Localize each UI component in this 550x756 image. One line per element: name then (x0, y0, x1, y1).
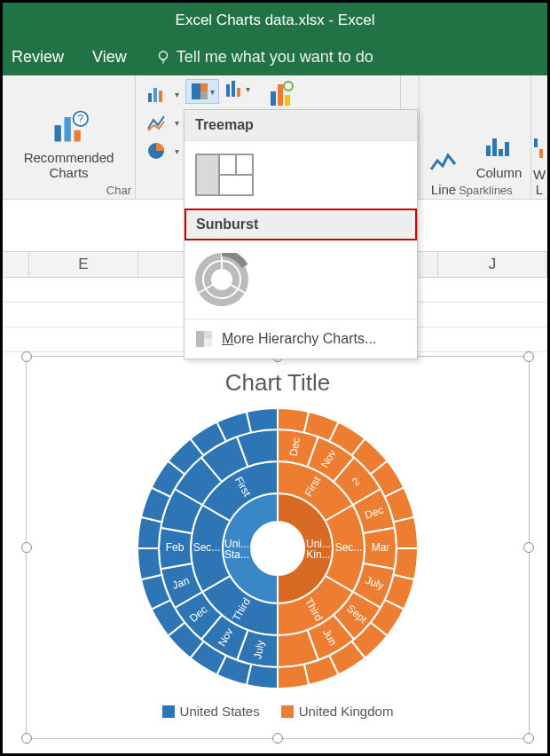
hierarchy-chart-icon (191, 83, 208, 100)
sunburst-thumb-icon (195, 253, 406, 306)
resize-handle-e[interactable] (523, 542, 534, 553)
hierarchy-icon (195, 330, 213, 348)
svg-rect-11 (492, 138, 497, 156)
svg-point-25 (284, 82, 293, 91)
svg-point-0 (159, 51, 167, 59)
more-hierarchy-charts-link[interactable]: More Hierarchy Charts... (185, 319, 417, 358)
svg-rect-20 (232, 81, 235, 97)
resize-handle-w[interactable] (21, 542, 32, 553)
sparkline-line-button[interactable]: Line (428, 148, 459, 197)
svg-rect-8 (159, 91, 162, 102)
svg-rect-2 (64, 117, 70, 142)
sparkline-winloss-icon (532, 133, 546, 163)
svg-rect-28 (196, 331, 204, 347)
ribbon-group-charts-label: Char (106, 184, 131, 197)
svg-rect-3 (74, 130, 80, 141)
recommended-charts-button[interactable]: ? Recommended Charts (24, 107, 114, 181)
chart-legend[interactable]: United States United Kingdom (27, 704, 529, 719)
hierarchy-chart-dropdown: Treemap Sunburst More Hierarchy Charts..… (184, 109, 418, 359)
window-title: Excel Charts data.xlsx - Excel (3, 3, 547, 38)
svg-rect-23 (278, 84, 283, 106)
svg-rect-16 (192, 83, 200, 99)
pivotchart-icon (267, 79, 297, 109)
treemap-chart-option[interactable] (185, 141, 417, 209)
menu-header-sunburst: Sunburst (185, 209, 417, 240)
chevron-down-icon: ▾ (175, 118, 179, 128)
menu-header-treemap: Treemap (185, 110, 417, 141)
sparkline-winloss-button[interactable]: WL (532, 133, 546, 198)
svg-rect-19 (226, 84, 230, 97)
sparkline-line-icon (428, 148, 459, 178)
bar-chart-icon (146, 84, 166, 104)
svg-rect-15 (539, 149, 543, 158)
svg-rect-21 (237, 88, 240, 97)
svg-rect-1 (54, 125, 60, 141)
sunburst-chart-option[interactable] (185, 240, 417, 319)
recommended-charts-icon: ? (50, 107, 89, 146)
svg-text:?: ? (77, 113, 83, 125)
svg-rect-22 (271, 91, 276, 106)
svg-rect-18 (200, 91, 208, 99)
chevron-down-icon: ▾ (175, 146, 179, 156)
svg-rect-6 (148, 93, 152, 102)
svg-rect-30 (204, 339, 212, 347)
svg-rect-13 (505, 142, 509, 156)
ribbon-group-sparklines-label: Sparklines (459, 184, 513, 197)
chevron-down-icon: ▾ (246, 84, 250, 94)
lightbulb-icon (155, 49, 171, 65)
ribbon-tabbar: Review View Tell me what you want to do (3, 38, 547, 75)
svg-rect-14 (534, 138, 538, 147)
svg-rect-17 (200, 83, 208, 91)
resize-handle-sw[interactable] (21, 733, 32, 744)
chart-title[interactable]: Chart Title (27, 357, 529, 397)
svg-rect-7 (153, 88, 157, 102)
resize-handle-nw[interactable] (21, 351, 32, 362)
sparkline-column-button[interactable]: Column (476, 131, 522, 180)
insert-pie-chart-button[interactable]: ▾ (146, 141, 179, 161)
insert-column-chart-button[interactable]: ▾ (146, 84, 179, 104)
chevron-down-icon: ▾ (210, 87, 215, 97)
insert-hierarchy-chart-button[interactable]: ▾ (185, 79, 219, 104)
tell-me-search[interactable]: Tell me what you want to do (155, 48, 373, 67)
legend-swatch-blue (162, 705, 175, 718)
chevron-down-icon: ▾ (175, 90, 179, 99)
stat-chart-icon (224, 79, 244, 98)
treemap-thumb-icon (195, 154, 254, 196)
legend-item-us[interactable]: United States (162, 704, 260, 719)
legend-swatch-orange (281, 705, 294, 718)
tab-review[interactable]: Review (12, 48, 64, 67)
tab-view[interactable]: View (92, 48, 127, 67)
resize-handle-s[interactable] (272, 733, 283, 744)
insert-line-chart-button[interactable]: ▾ (146, 113, 179, 132)
resize-handle-ne[interactable] (523, 351, 534, 362)
resize-handle-se[interactable] (523, 733, 534, 744)
svg-rect-10 (486, 146, 491, 156)
svg-rect-24 (285, 95, 290, 106)
embedded-chart[interactable]: Chart Title Uni...Kin...Uni...Sta...Firs… (26, 356, 530, 739)
line-chart-icon (146, 113, 166, 132)
pie-chart-icon (146, 141, 166, 161)
svg-rect-29 (204, 331, 212, 339)
col-header-E[interactable]: E (29, 252, 138, 277)
legend-item-uk[interactable]: United Kingdom (281, 704, 394, 719)
sparkline-column-icon (484, 131, 515, 161)
sunburst-plot[interactable]: Uni...Kin...Uni...Sta...FirstThirdSec...… (27, 402, 529, 695)
svg-rect-12 (499, 149, 503, 156)
col-header-J[interactable]: J (438, 252, 547, 277)
